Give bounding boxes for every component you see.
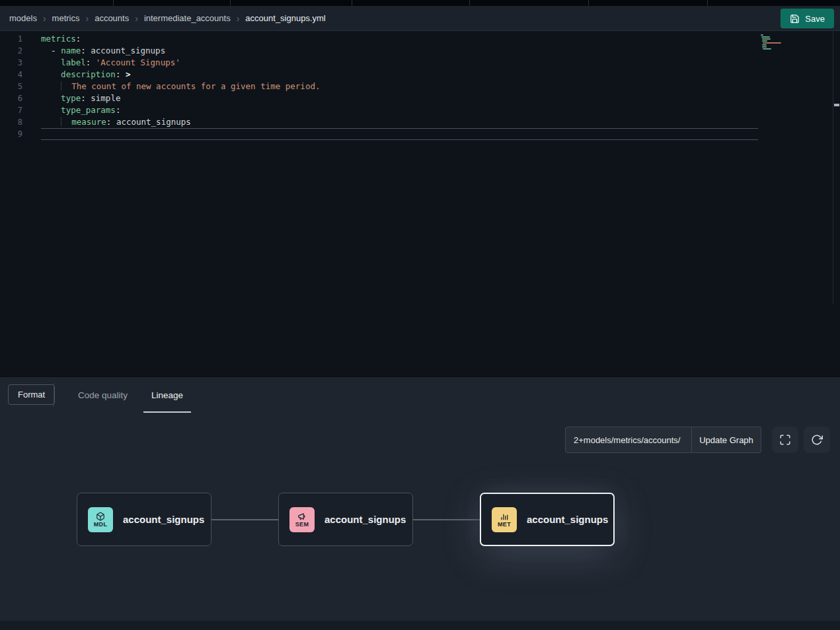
tab-divider: [230, 0, 231, 6]
code-line[interactable]: 8 measure: account_signups: [0, 116, 840, 128]
top-tab-strip[interactable]: [0, 0, 840, 6]
save-button[interactable]: Save: [781, 9, 834, 28]
node-badge: SEM: [289, 507, 315, 532]
bottom-panel: Format Code qualityLineage Update Graph …: [0, 376, 840, 621]
minimap-line: [762, 40, 767, 42]
breadcrumb-separator-icon: ›: [237, 14, 240, 23]
code-line[interactable]: 1metrics:: [0, 33, 840, 45]
line-number: 2: [0, 45, 22, 57]
code-line[interactable]: 4 description: >: [0, 69, 840, 81]
code-line[interactable]: 9: [0, 128, 840, 140]
lineage-node-sem[interactable]: SEMaccount_signups: [278, 493, 413, 546]
save-icon: [790, 14, 800, 24]
lineage-node-met[interactable]: METaccount_signups: [480, 493, 615, 546]
line-number: 8: [0, 116, 22, 128]
code-line[interactable]: 3 label: 'Account Signups': [0, 57, 840, 69]
breadcrumb-item[interactable]: metrics: [52, 13, 80, 23]
line-number: 6: [0, 92, 22, 104]
breadcrumb-separator-icon: ›: [85, 14, 89, 23]
line-number: 5: [0, 81, 22, 92]
app-window: models›metrics›accounts›intermediate_acc…: [0, 0, 840, 630]
node-badge: MDL: [88, 507, 113, 532]
line-number: 3: [0, 57, 22, 69]
code-lines: 1metrics:2 - name: account_signups3 labe…: [0, 31, 840, 140]
code-text: label: 'Account Signups': [41, 57, 180, 69]
node-badge-label: SEM: [295, 522, 309, 528]
minimap-line: [763, 48, 771, 50]
line-number: 1: [0, 33, 22, 45]
breadcrumb-item[interactable]: accounts: [95, 13, 129, 23]
breadcrumb-item[interactable]: account_signups.yml: [245, 13, 325, 23]
code-text: description: >: [41, 69, 131, 81]
tab-divider: [588, 0, 589, 6]
save-button-label: Save: [805, 14, 825, 24]
code-text: - name: account_signups: [41, 45, 165, 57]
minimap-line: [761, 34, 763, 36]
editor-scrollbar[interactable]: [833, 31, 840, 304]
code-text: The count of new accounts for a given ti…: [41, 81, 320, 92]
code-line[interactable]: 2 - name: account_signups: [0, 45, 840, 57]
tab-divider: [707, 0, 708, 6]
minimap-line: [763, 42, 781, 44]
line-number: 9: [0, 128, 22, 140]
node-badge-label: MET: [498, 522, 511, 528]
minimap-line: [762, 38, 771, 40]
lineage-node-mdl[interactable]: MDLaccount_signups: [77, 493, 211, 546]
node-badge: MET: [492, 507, 517, 532]
code-text: metrics:: [41, 33, 81, 45]
breadcrumb-separator-icon: ›: [43, 14, 46, 23]
lineage-edge: [413, 519, 480, 520]
lineage-canvas[interactable]: MDLaccount_signupsSEMaccount_signupsMETa…: [0, 377, 840, 621]
code-text: type: simple: [41, 92, 120, 104]
node-label: account_signups: [325, 514, 406, 525]
breadcrumb-item[interactable]: models: [9, 13, 37, 23]
node-label: account_signups: [527, 514, 608, 525]
tab-divider: [469, 0, 470, 6]
breadcrumb-bar: models›metrics›accounts›intermediate_acc…: [0, 6, 840, 31]
node-label: account_signups: [123, 514, 204, 525]
code-line[interactable]: 6 type: simple: [0, 92, 840, 104]
breadcrumb: models›metrics›accounts›intermediate_acc…: [0, 13, 326, 23]
code-line[interactable]: 5 The count of new accounts for a given …: [0, 81, 840, 92]
code-text: measure: account_signups: [41, 116, 191, 128]
scrollbar-cursor-marker: [834, 104, 839, 106]
code-text: type_params:: [41, 104, 120, 116]
minimap-line: [761, 36, 770, 38]
minimap-line: [762, 46, 767, 48]
code-text: [41, 128, 758, 140]
breadcrumb-separator-icon: ›: [135, 14, 138, 23]
minimap-line: [762, 44, 767, 46]
breadcrumb-item[interactable]: intermediate_accounts: [144, 13, 231, 23]
cube-icon: [96, 512, 105, 521]
node-badge-label: MDL: [94, 522, 107, 528]
lineage-edge: [211, 519, 278, 520]
megaphone-icon: [297, 512, 307, 521]
line-number: 7: [0, 104, 22, 116]
minimap[interactable]: [761, 34, 799, 52]
code-line[interactable]: 7 type_params:: [0, 104, 840, 116]
code-editor[interactable]: 1metrics:2 - name: account_signups3 labe…: [0, 31, 840, 376]
line-number: 4: [0, 69, 22, 81]
tab-divider: [113, 0, 114, 6]
bar-chart-icon: [500, 512, 509, 521]
footer-bar: [0, 621, 840, 630]
tab-divider: [352, 0, 352, 6]
